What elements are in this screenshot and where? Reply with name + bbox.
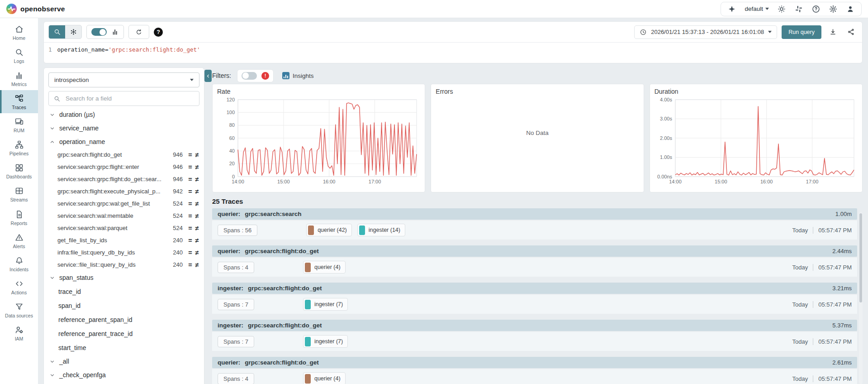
- trace-row[interactable]: querier:grpc:search:search 1.00m Spans :…: [212, 208, 857, 240]
- search-mode-button[interactable]: [49, 25, 65, 38]
- insights-link[interactable]: Insights: [282, 72, 314, 79]
- include-filter-button[interactable]: =: [187, 212, 194, 220]
- sidebar-item-streams[interactable]: Streams: [0, 182, 38, 206]
- include-filter-button[interactable]: =: [187, 176, 194, 183]
- field-plain-row[interactable]: reference_parent_span_id: [44, 312, 204, 326]
- sidebar-item-iam[interactable]: IAM: [0, 322, 38, 345]
- sidebar-item-logs[interactable]: Logs: [0, 44, 38, 67]
- field-value-row[interactable]: get_file_list_by_ids 240 = ≠: [44, 234, 204, 246]
- field-value-row[interactable]: service:search:grpc:flight::enter 946 = …: [44, 161, 204, 173]
- share-icon[interactable]: [844, 25, 858, 39]
- include-filter-button[interactable]: =: [187, 237, 194, 244]
- sidebar-item-home[interactable]: Home: [0, 21, 38, 44]
- include-filter-button[interactable]: =: [187, 225, 194, 232]
- field-value-row[interactable]: grpc:search:flight:do_get 946 = ≠: [44, 149, 204, 161]
- exclude-filter-button[interactable]: ≠: [194, 225, 200, 232]
- sidebar-item-actions[interactable]: Actions: [0, 275, 38, 298]
- sparkle-icon[interactable]: [727, 5, 736, 14]
- trace-list-scrollbar[interactable]: [859, 212, 863, 384]
- field-search-input[interactable]: [65, 95, 194, 102]
- field-plain-row[interactable]: start_time: [44, 341, 204, 355]
- date-range-picker[interactable]: 2026/01/21 15:37:13 - 2026/01/21 16:01:0…: [634, 25, 777, 39]
- chevron-up-icon: [49, 139, 55, 145]
- spans-count-chip: Spans : 7: [218, 336, 254, 347]
- theme-sun-icon[interactable]: [777, 5, 786, 14]
- sidebar-item-pipelines[interactable]: Pipelines: [0, 136, 38, 159]
- service-chip: querier (42): [306, 224, 352, 236]
- org-selector[interactable]: default: [745, 5, 769, 12]
- slack-icon[interactable]: [794, 5, 803, 14]
- field-group-row[interactable]: span_status: [44, 271, 204, 284]
- field-value-row[interactable]: service:search:wal:parquet 524 = ≠: [44, 222, 204, 234]
- trace-row-body: Spans : 7 ingester (7) Today 05:57:47 PM: [212, 295, 857, 314]
- help-icon[interactable]: [811, 5, 821, 14]
- service-color-swatch: [359, 226, 365, 235]
- include-filter-button[interactable]: =: [187, 249, 194, 256]
- include-filter-button[interactable]: =: [187, 261, 194, 269]
- stream-selector[interactable]: introspection: [48, 72, 199, 87]
- query-help-button[interactable]: ?: [154, 28, 163, 37]
- field-group-row[interactable]: duration (µs): [44, 108, 204, 121]
- exclude-filter-button[interactable]: ≠: [194, 249, 200, 256]
- histogram-icon[interactable]: [111, 28, 119, 36]
- svg-text:3.00s: 3.00s: [660, 116, 672, 121]
- reports-icon: [14, 210, 24, 219]
- trace-row[interactable]: querier:grpc:search:flight:do_get 2.61ms…: [212, 357, 857, 384]
- include-filter-button[interactable]: =: [187, 151, 194, 158]
- filters-toggle-wrap: !: [237, 69, 274, 82]
- sidebar-item-alerts[interactable]: Alerts: [0, 229, 38, 252]
- field-plain-row[interactable]: trace_id: [44, 284, 204, 298]
- field-group-row[interactable]: operation_name: [44, 135, 204, 149]
- collapse-fields-button[interactable]: [204, 70, 212, 82]
- filters-toggle[interactable]: [242, 72, 257, 80]
- scrollbar-thumb[interactable]: [859, 213, 862, 302]
- field-plain-row[interactable]: span_id: [44, 298, 204, 312]
- field-value-row[interactable]: grpc:search:flight:execute_physical_p...…: [44, 185, 204, 197]
- exclude-filter-button[interactable]: ≠: [194, 151, 200, 158]
- sidebar-item-traces[interactable]: Traces: [0, 90, 38, 113]
- exclude-filter-button[interactable]: ≠: [194, 200, 200, 207]
- exclude-filter-button[interactable]: ≠: [194, 212, 200, 220]
- graph-mode-button[interactable]: [65, 25, 81, 38]
- field-group-row[interactable]: _all: [44, 355, 204, 368]
- field-group-row[interactable]: service_name: [44, 121, 204, 135]
- download-icon[interactable]: [826, 25, 840, 39]
- editor-code-string: 'grpc:search:flight:do_get': [108, 46, 200, 53]
- exclude-filter-button[interactable]: ≠: [194, 237, 200, 244]
- field-value-row[interactable]: service:search:grpc:flight:do_get::sear.…: [44, 173, 204, 185]
- profile-icon[interactable]: [846, 5, 855, 14]
- field-group-row[interactable]: _check_openfga: [44, 368, 204, 382]
- panel-splitter[interactable]: [204, 67, 212, 384]
- exclude-filter-button[interactable]: ≠: [194, 261, 200, 269]
- include-filter-button[interactable]: =: [187, 188, 194, 195]
- sidebar-item-reports[interactable]: Reports: [0, 206, 38, 229]
- include-filter-button[interactable]: =: [187, 163, 194, 171]
- query-editor-toggle[interactable]: [91, 28, 107, 36]
- sidebar-item-data-sources[interactable]: Data sources: [0, 298, 38, 322]
- trace-row[interactable]: querier:grpc:search:flight:do_get 2.44ms…: [212, 245, 857, 277]
- exclude-filter-button[interactable]: ≠: [194, 176, 200, 183]
- settings-gear-icon[interactable]: [829, 5, 838, 14]
- field-value-row[interactable]: service:search:grpc:wal:get_file_list 52…: [44, 197, 204, 210]
- run-query-button[interactable]: Run query: [782, 25, 821, 39]
- sidebar-item-rum[interactable]: RUM: [0, 113, 38, 136]
- refresh-button[interactable]: [128, 25, 149, 39]
- sidebar-item-dashboards[interactable]: Dashboards: [0, 159, 38, 182]
- exclude-filter-button[interactable]: ≠: [194, 163, 200, 171]
- alerts-icon: [14, 233, 24, 242]
- sidebar-item-metrics[interactable]: Metrics: [0, 67, 38, 90]
- field-plain-row[interactable]: reference_parent_trace_id: [44, 326, 204, 341]
- exclude-filter-button[interactable]: ≠: [194, 188, 200, 195]
- sidebar-item-incidents[interactable]: Incidents: [0, 252, 38, 275]
- trace-row[interactable]: ingester:grpc:search:flight:do_get 3.21m…: [212, 283, 857, 314]
- field-value-row[interactable]: service::file_list::query_by_ids 240 = ≠: [44, 259, 204, 271]
- trace-duration: 1.00m: [835, 211, 852, 217]
- fields-panel: introspection duration (µs) service_name…: [43, 67, 204, 384]
- field-value-row[interactable]: service:search:wal:memtable 524 = ≠: [44, 210, 204, 222]
- trace-row[interactable]: ingester:grpc:search:flight:do_get 5.37m…: [212, 320, 857, 351]
- field-group-row[interactable]: _user_id: [44, 382, 204, 384]
- include-filter-button[interactable]: =: [187, 200, 194, 207]
- query-editor[interactable]: 1 operation_name='grpc:search:flight:do_…: [44, 42, 862, 63]
- service-chip-label: querier (4): [314, 375, 341, 382]
- field-value-row[interactable]: infra:file_list:query_db_by_ids 240 = ≠: [44, 246, 204, 259]
